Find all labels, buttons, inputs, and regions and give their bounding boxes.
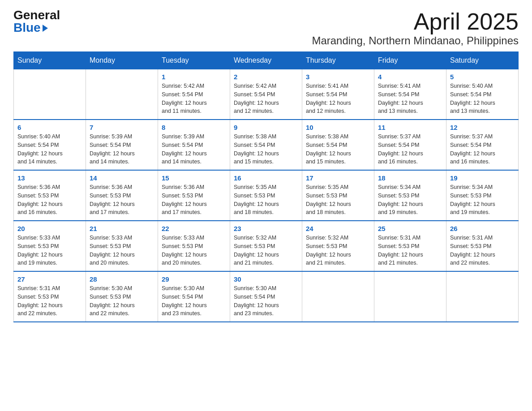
day-number: 26 [450, 225, 515, 232]
calendar-cell: 29Sunrise: 5:30 AM Sunset: 5:54 PM Dayli… [158, 271, 230, 322]
day-info: Sunrise: 5:36 AM Sunset: 5:53 PM Dayligh… [17, 183, 82, 217]
day-number: 20 [17, 225, 82, 232]
logo: General Blue [13, 9, 60, 34]
day-info: Sunrise: 5:40 AM Sunset: 5:54 PM Dayligh… [17, 133, 82, 166]
logo-general-text: General [13, 9, 60, 21]
calendar-cell: 10Sunrise: 5:38 AM Sunset: 5:54 PM Dayli… [302, 120, 374, 170]
calendar-week-row: 13Sunrise: 5:36 AM Sunset: 5:53 PM Dayli… [14, 170, 519, 221]
calendar-cell: 21Sunrise: 5:33 AM Sunset: 5:53 PM Dayli… [86, 221, 158, 271]
calendar-header-wednesday: Wednesday [230, 52, 302, 69]
day-number: 10 [306, 124, 370, 131]
logo-arrow-icon [43, 25, 48, 32]
day-number: 24 [306, 225, 370, 232]
day-number: 14 [90, 174, 154, 182]
calendar-cell: 24Sunrise: 5:32 AM Sunset: 5:53 PM Dayli… [302, 221, 374, 271]
day-number: 11 [378, 124, 442, 131]
day-number: 12 [450, 124, 515, 131]
day-number: 4 [378, 73, 442, 81]
day-info: Sunrise: 5:33 AM Sunset: 5:53 PM Dayligh… [162, 234, 226, 267]
day-info: Sunrise: 5:39 AM Sunset: 5:54 PM Dayligh… [90, 133, 154, 166]
calendar-week-row: 6Sunrise: 5:40 AM Sunset: 5:54 PM Daylig… [14, 120, 519, 170]
calendar-week-row: 20Sunrise: 5:33 AM Sunset: 5:53 PM Dayli… [14, 221, 519, 271]
calendar-cell: 30Sunrise: 5:30 AM Sunset: 5:54 PM Dayli… [230, 271, 302, 322]
day-info: Sunrise: 5:38 AM Sunset: 5:54 PM Dayligh… [306, 133, 370, 166]
calendar-cell: 19Sunrise: 5:34 AM Sunset: 5:53 PM Dayli… [446, 170, 519, 221]
day-number: 16 [234, 174, 298, 182]
day-number: 28 [90, 275, 154, 283]
calendar-header-sunday: Sunday [14, 52, 86, 69]
calendar-cell: 16Sunrise: 5:35 AM Sunset: 5:53 PM Dayli… [230, 170, 302, 221]
day-info: Sunrise: 5:42 AM Sunset: 5:54 PM Dayligh… [162, 82, 226, 116]
day-number: 2 [234, 73, 298, 81]
day-info: Sunrise: 5:35 AM Sunset: 5:53 PM Dayligh… [234, 183, 298, 217]
day-info: Sunrise: 5:34 AM Sunset: 5:53 PM Dayligh… [450, 183, 515, 217]
calendar-week-row: 27Sunrise: 5:31 AM Sunset: 5:53 PM Dayli… [14, 271, 519, 322]
day-number: 3 [306, 73, 370, 81]
calendar-cell: 2Sunrise: 5:42 AM Sunset: 5:54 PM Daylig… [230, 69, 302, 120]
page-header: General Blue April 2025 Maranding, North… [13, 9, 519, 47]
calendar-cell: 22Sunrise: 5:33 AM Sunset: 5:53 PM Dayli… [158, 221, 230, 271]
day-info: Sunrise: 5:30 AM Sunset: 5:54 PM Dayligh… [162, 284, 226, 318]
calendar-cell [302, 271, 374, 322]
day-number: 1 [162, 73, 226, 81]
day-info: Sunrise: 5:36 AM Sunset: 5:53 PM Dayligh… [90, 183, 154, 217]
calendar-cell: 26Sunrise: 5:31 AM Sunset: 5:53 PM Dayli… [446, 221, 519, 271]
calendar-cell: 1Sunrise: 5:42 AM Sunset: 5:54 PM Daylig… [158, 69, 230, 120]
calendar-cell: 9Sunrise: 5:38 AM Sunset: 5:54 PM Daylig… [230, 120, 302, 170]
calendar-cell: 17Sunrise: 5:35 AM Sunset: 5:53 PM Dayli… [302, 170, 374, 221]
calendar-cell: 5Sunrise: 5:40 AM Sunset: 5:54 PM Daylig… [446, 69, 519, 120]
day-number: 6 [17, 124, 82, 131]
calendar-cell: 13Sunrise: 5:36 AM Sunset: 5:53 PM Dayli… [14, 170, 86, 221]
calendar-header-thursday: Thursday [302, 52, 374, 69]
day-info: Sunrise: 5:31 AM Sunset: 5:53 PM Dayligh… [450, 234, 515, 267]
calendar-header-monday: Monday [86, 52, 158, 69]
calendar-cell [14, 69, 86, 120]
day-number: 15 [162, 174, 226, 182]
calendar-header-saturday: Saturday [446, 52, 519, 69]
calendar-header-row: SundayMondayTuesdayWednesdayThursdayFrid… [14, 52, 519, 69]
day-info: Sunrise: 5:32 AM Sunset: 5:53 PM Dayligh… [234, 234, 298, 267]
day-number: 29 [162, 275, 226, 283]
day-number: 27 [17, 275, 82, 283]
day-info: Sunrise: 5:33 AM Sunset: 5:53 PM Dayligh… [90, 234, 154, 267]
day-number: 22 [162, 225, 226, 232]
day-number: 5 [450, 73, 515, 81]
calendar-cell: 20Sunrise: 5:33 AM Sunset: 5:53 PM Dayli… [14, 221, 86, 271]
calendar-cell: 3Sunrise: 5:41 AM Sunset: 5:54 PM Daylig… [302, 69, 374, 120]
calendar-cell: 23Sunrise: 5:32 AM Sunset: 5:53 PM Dayli… [230, 221, 302, 271]
day-info: Sunrise: 5:39 AM Sunset: 5:54 PM Dayligh… [162, 133, 226, 166]
day-info: Sunrise: 5:41 AM Sunset: 5:54 PM Dayligh… [378, 82, 442, 116]
day-number: 9 [234, 124, 298, 131]
calendar-cell: 7Sunrise: 5:39 AM Sunset: 5:54 PM Daylig… [86, 120, 158, 170]
calendar-cell: 4Sunrise: 5:41 AM Sunset: 5:54 PM Daylig… [374, 69, 446, 120]
day-info: Sunrise: 5:37 AM Sunset: 5:54 PM Dayligh… [450, 133, 515, 166]
page-title: April 2025 [312, 9, 519, 34]
day-info: Sunrise: 5:41 AM Sunset: 5:54 PM Dayligh… [306, 82, 370, 116]
day-info: Sunrise: 5:40 AM Sunset: 5:54 PM Dayligh… [450, 82, 515, 116]
day-info: Sunrise: 5:37 AM Sunset: 5:54 PM Dayligh… [378, 133, 442, 166]
day-number: 30 [234, 275, 298, 283]
day-info: Sunrise: 5:38 AM Sunset: 5:54 PM Dayligh… [234, 133, 298, 166]
calendar-header-friday: Friday [374, 52, 446, 69]
calendar-cell: 14Sunrise: 5:36 AM Sunset: 5:53 PM Dayli… [86, 170, 158, 221]
day-info: Sunrise: 5:31 AM Sunset: 5:53 PM Dayligh… [378, 234, 442, 267]
day-info: Sunrise: 5:30 AM Sunset: 5:53 PM Dayligh… [90, 284, 154, 318]
calendar-cell: 27Sunrise: 5:31 AM Sunset: 5:53 PM Dayli… [14, 271, 86, 322]
page-subtitle: Maranding, Northern Mindanao, Philippine… [312, 34, 519, 47]
day-info: Sunrise: 5:30 AM Sunset: 5:54 PM Dayligh… [234, 284, 298, 318]
calendar-cell: 11Sunrise: 5:37 AM Sunset: 5:54 PM Dayli… [374, 120, 446, 170]
day-info: Sunrise: 5:31 AM Sunset: 5:53 PM Dayligh… [17, 284, 82, 318]
calendar-table: SundayMondayTuesdayWednesdayThursdayFrid… [13, 51, 519, 322]
calendar-cell: 18Sunrise: 5:34 AM Sunset: 5:53 PM Dayli… [374, 170, 446, 221]
day-number: 13 [17, 174, 82, 182]
day-info: Sunrise: 5:32 AM Sunset: 5:53 PM Dayligh… [306, 234, 370, 267]
day-info: Sunrise: 5:35 AM Sunset: 5:53 PM Dayligh… [306, 183, 370, 217]
day-info: Sunrise: 5:42 AM Sunset: 5:54 PM Dayligh… [234, 82, 298, 116]
title-block: April 2025 Maranding, Northern Mindanao,… [312, 9, 519, 47]
calendar-week-row: 1Sunrise: 5:42 AM Sunset: 5:54 PM Daylig… [14, 69, 519, 120]
calendar-cell: 12Sunrise: 5:37 AM Sunset: 5:54 PM Dayli… [446, 120, 519, 170]
logo-blue-text: Blue [13, 21, 48, 34]
calendar-cell: 25Sunrise: 5:31 AM Sunset: 5:53 PM Dayli… [374, 221, 446, 271]
calendar-cell: 15Sunrise: 5:36 AM Sunset: 5:53 PM Dayli… [158, 170, 230, 221]
day-number: 25 [378, 225, 442, 232]
